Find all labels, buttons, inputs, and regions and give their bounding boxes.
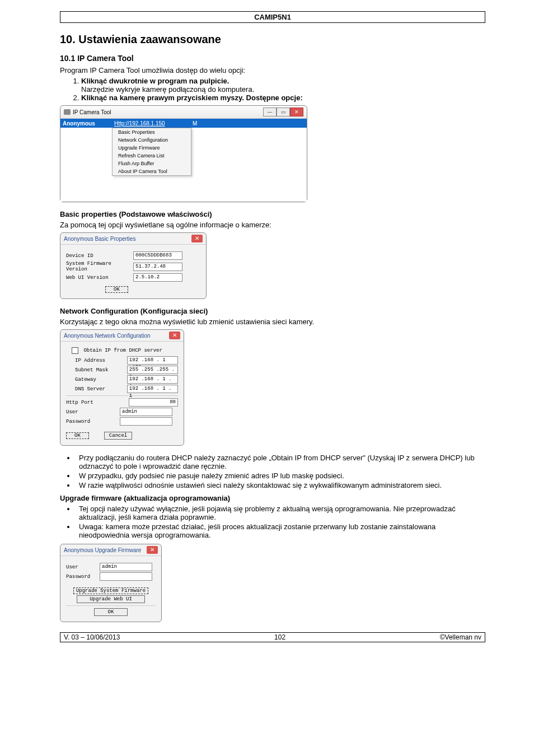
- page-footer: V. 03 – 10/06/2013 102 ©Velleman nv: [60, 632, 485, 642]
- heading-10: 10. Ustawienia zaawansowane: [60, 33, 485, 46]
- network-config-dialog: Anonymous Network Configuration ✕ Obtain…: [60, 329, 184, 446]
- bp-v-1: 51.37.2.48: [133, 263, 182, 271]
- nc-dlg-title: Anonymous Network Configuration: [64, 333, 151, 339]
- close-icon[interactable]: ✕: [147, 546, 158, 554]
- nc-desc: Korzystając z tego okna można wyświetlić…: [60, 318, 485, 326]
- bp-desc: Za pomocą tej opcji wyświetlane są ogóln…: [60, 221, 485, 229]
- nc-note-1: W przypadku, gdy podsieć nie pasuje nale…: [76, 472, 485, 480]
- uf-dlg-title: Anonymous Upgrade Firmware: [64, 547, 141, 553]
- uf-heading: Upgrade firmware (aktualizacja oprogramo…: [60, 494, 485, 502]
- close-icon[interactable]: ✕: [169, 332, 180, 339]
- ctx-flush-arp-buffer[interactable]: Flush Arp Buffer: [113, 160, 191, 167]
- uf-pass-input[interactable]: [100, 572, 152, 581]
- nc-heading: Network Configuration (Konfiguracja siec…: [60, 307, 485, 315]
- uf-notes-list: Tej opcji należy używać wyłącznie, jeśli…: [60, 505, 485, 539]
- intro-text: Program IP Camera Tool umożliwia dostęp …: [60, 66, 485, 74]
- nc-note-2: W razie wątpliwości odnośnie ustawień si…: [76, 481, 485, 489]
- step-2-main: Kliknąć na kamerę prawym przyciskiem mys…: [81, 94, 303, 102]
- minimize-button[interactable]: —: [263, 108, 277, 116]
- uf-note-0: Tej opcji należy używać wyłącznie, jeśli…: [76, 505, 485, 521]
- bp-heading: Basic properties (Podstawowe właściwości…: [60, 210, 485, 218]
- heading-10-1: 10.1 IP Camera Tool: [60, 54, 485, 63]
- steps-list: Kliknąć dwukrotnie w program na pulpicie…: [60, 77, 485, 102]
- maximize-button[interactable]: ▭: [277, 108, 290, 116]
- uf-pass-label: Password: [66, 574, 100, 580]
- user-input[interactable]: admin: [120, 408, 172, 416]
- win1-title: IP Camera Tool: [73, 109, 111, 115]
- step-1-main: Kliknąć dwukrotnie w program na pulpicie…: [81, 77, 229, 85]
- nc-note-0: Przy podłączaniu do routera DHCP należy …: [76, 454, 485, 470]
- bp-dlg-title: Anonymous Basic Properties: [64, 236, 135, 242]
- ctx-basic-properties[interactable]: Basic Properties: [113, 128, 191, 136]
- ip-camera-tool-window: IP Camera Tool — ▭ ✕ Anonymous Http://19…: [60, 105, 307, 202]
- ctx-about[interactable]: About IP Camera Tool: [113, 167, 191, 175]
- footer-center: 102: [274, 633, 285, 641]
- dhcp-label: Obtain IP from DHCP server: [83, 348, 162, 353]
- step-1-sub: Narzędzie wykryje kamerę podłączoną do k…: [81, 85, 254, 94]
- uf-user-input[interactable]: admin: [100, 563, 152, 571]
- nc-k-1: Subnet Mask: [75, 367, 127, 373]
- ctx-upgrade-firmware[interactable]: Upgrade Firmware: [113, 144, 191, 152]
- upgrade-web-ui-button[interactable]: Upgrade Web UI: [77, 595, 145, 603]
- nc-k-3: DNS Server: [75, 386, 127, 392]
- close-icon[interactable]: ✕: [191, 235, 203, 242]
- header-product: CAMIP5N1: [60, 11, 485, 23]
- bp-k-0: Device ID: [66, 253, 133, 259]
- ip-address-input[interactable]: 192 .168 . 1 .150: [127, 356, 178, 365]
- context-menu: Basic Properties Network Configuration U…: [112, 128, 191, 176]
- camera-app-icon: [64, 109, 71, 115]
- http-port-label: Http Port: [66, 400, 105, 405]
- bp-k-2: Web UI Version: [66, 275, 133, 281]
- upgrade-system-firmware-button[interactable]: Upgrade System Firmware: [73, 587, 148, 594]
- nc-notes-list: Przy podłączaniu do routera DHCP należy …: [60, 454, 485, 489]
- bp-ok-button[interactable]: OK: [105, 286, 128, 293]
- footer-right: ©Velleman nv: [440, 633, 481, 641]
- camera-row-selected[interactable]: Anonymous Http://192.168.1.150 M: [60, 119, 307, 128]
- basic-properties-dialog: Anonymous Basic Properties ✕ Device ID00…: [60, 232, 207, 299]
- nc-k-2: Gateway: [75, 377, 127, 382]
- ctx-network-configuration[interactable]: Network Configuration: [113, 136, 191, 144]
- camera-marker: M: [193, 120, 204, 127]
- uf-note-1: Uwaga: kamera może przestać działać, jeś…: [76, 522, 485, 539]
- dns-server-input[interactable]: 192 .168 . 1 . 1: [127, 385, 178, 393]
- bp-v-2: 2.5.10.2: [133, 273, 182, 282]
- subnet-mask-input[interactable]: 255 .255 .255 . 0: [127, 366, 178, 374]
- uf-ok-button[interactable]: OK: [94, 608, 128, 616]
- ctx-refresh-camera-list[interactable]: Refresh Camera List: [113, 152, 191, 160]
- bp-v-0: 000C5DDDB683: [133, 251, 182, 260]
- user-label: User: [66, 409, 120, 415]
- nc-ok-button[interactable]: OK: [66, 432, 89, 439]
- dhcp-checkbox[interactable]: [72, 347, 78, 354]
- footer-left: V. 03 – 10/06/2013: [64, 633, 120, 641]
- camera-url: Http://192.168.1.150: [114, 120, 193, 127]
- nc-cancel-button[interactable]: Cancel: [104, 432, 132, 440]
- nc-k-0: IP Address: [75, 358, 127, 363]
- password-label: Password: [66, 419, 120, 424]
- bp-k-1: System Firmware Version: [66, 261, 133, 272]
- password-input[interactable]: [120, 417, 172, 426]
- uf-user-label: User: [66, 564, 100, 570]
- http-port-input[interactable]: 80: [129, 398, 178, 407]
- gateway-input[interactable]: 192 .168 . 1 . 1: [127, 375, 178, 384]
- close-button[interactable]: ✕: [290, 108, 303, 116]
- upgrade-firmware-dialog: Anonymous Upgrade Firmware ✕ Useradmin P…: [60, 544, 162, 622]
- camera-name: Anonymous: [60, 120, 114, 127]
